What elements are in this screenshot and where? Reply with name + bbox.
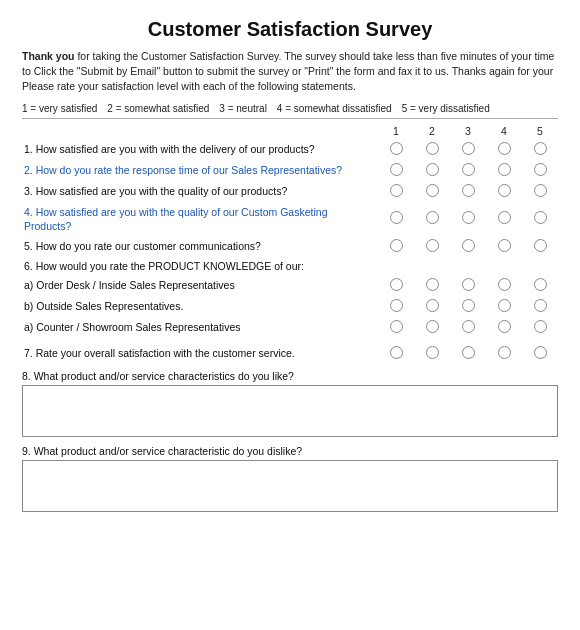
radio-cell[interactable] <box>378 275 414 296</box>
radio-circle[interactable] <box>462 278 475 291</box>
radio-circle[interactable] <box>426 239 439 252</box>
radio-cell[interactable] <box>450 160 486 181</box>
radio-circle[interactable] <box>390 299 403 312</box>
radio-circle[interactable] <box>534 239 547 252</box>
radio-cell[interactable] <box>522 236 558 257</box>
radio-circle[interactable] <box>534 211 547 224</box>
radio-circle[interactable] <box>462 184 475 197</box>
radio-circle[interactable] <box>426 211 439 224</box>
radio-circle[interactable] <box>498 142 511 155</box>
radio-cell[interactable] <box>522 139 558 160</box>
radio-cell[interactable] <box>522 343 558 364</box>
radio-circle[interactable] <box>498 320 511 333</box>
radio-cell[interactable] <box>522 275 558 296</box>
radio-cell[interactable] <box>414 343 450 364</box>
radio-cell[interactable] <box>486 317 522 338</box>
q7-row: 7. Rate your overall satisfaction with t… <box>22 343 558 364</box>
radio-circle[interactable] <box>462 239 475 252</box>
radio-cell[interactable] <box>378 296 414 317</box>
radio-cell[interactable] <box>486 181 522 202</box>
radio-circle[interactable] <box>462 320 475 333</box>
radio-circle[interactable] <box>534 163 547 176</box>
survey-table: 1 2 3 4 5 1. How satisfied are you with … <box>22 123 558 364</box>
radio-cell[interactable] <box>414 236 450 257</box>
radio-cell[interactable] <box>378 236 414 257</box>
radio-circle[interactable] <box>498 163 511 176</box>
radio-circle[interactable] <box>390 142 403 155</box>
radio-cell[interactable] <box>486 160 522 181</box>
radio-circle[interactable] <box>390 346 403 359</box>
radio-circle[interactable] <box>390 320 403 333</box>
radio-cell[interactable] <box>486 139 522 160</box>
radio-cell[interactable] <box>522 160 558 181</box>
radio-cell[interactable] <box>378 181 414 202</box>
radio-cell[interactable] <box>450 202 486 236</box>
radio-cell[interactable] <box>414 317 450 338</box>
radio-circle[interactable] <box>498 239 511 252</box>
radio-circle[interactable] <box>534 278 547 291</box>
radio-circle[interactable] <box>498 278 511 291</box>
radio-circle[interactable] <box>426 278 439 291</box>
radio-cell[interactable] <box>522 317 558 338</box>
radio-circle[interactable] <box>462 346 475 359</box>
radio-circle[interactable] <box>462 142 475 155</box>
radio-circle[interactable] <box>390 211 403 224</box>
radio-circle[interactable] <box>426 320 439 333</box>
radio-circle[interactable] <box>534 346 547 359</box>
radio-cell[interactable] <box>486 275 522 296</box>
radio-circle[interactable] <box>426 163 439 176</box>
radio-cell[interactable] <box>450 317 486 338</box>
radio-cell[interactable] <box>378 139 414 160</box>
radio-cell[interactable] <box>414 181 450 202</box>
radio-cell[interactable] <box>486 343 522 364</box>
radio-cell[interactable] <box>450 139 486 160</box>
radio-cell[interactable] <box>522 181 558 202</box>
radio-circle[interactable] <box>390 163 403 176</box>
radio-cell[interactable] <box>450 275 486 296</box>
radio-cell[interactable] <box>378 343 414 364</box>
radio-circle[interactable] <box>498 211 511 224</box>
radio-circle[interactable] <box>498 346 511 359</box>
radio-circle[interactable] <box>498 299 511 312</box>
radio-cell[interactable] <box>486 202 522 236</box>
radio-cell[interactable] <box>450 181 486 202</box>
radio-circle[interactable] <box>534 142 547 155</box>
radio-circle[interactable] <box>426 142 439 155</box>
radio-circle[interactable] <box>426 184 439 197</box>
radio-cell[interactable] <box>414 275 450 296</box>
radio-cell[interactable] <box>450 236 486 257</box>
q6a-label: a) Order Desk / Inside Sales Representat… <box>22 275 378 296</box>
radio-cell[interactable] <box>450 296 486 317</box>
radio-cell[interactable] <box>414 296 450 317</box>
q2-label: 2. How do you rate the response time of … <box>22 160 378 181</box>
radio-circle[interactable] <box>390 239 403 252</box>
scale-2: 2 = somewhat satisfied <box>107 103 209 114</box>
scale-5: 5 = very dissatisfied <box>402 103 490 114</box>
q8-textarea[interactable] <box>22 385 558 437</box>
radio-cell[interactable] <box>522 202 558 236</box>
radio-circle[interactable] <box>534 299 547 312</box>
radio-cell[interactable] <box>522 296 558 317</box>
table-row: a) Order Desk / Inside Sales Representat… <box>22 275 558 296</box>
radio-circle[interactable] <box>534 184 547 197</box>
radio-circle[interactable] <box>426 346 439 359</box>
radio-cell[interactable] <box>486 236 522 257</box>
radio-circle[interactable] <box>498 184 511 197</box>
q6c-label: a) Counter / Showroom Sales Representati… <box>22 317 378 338</box>
radio-cell[interactable] <box>378 160 414 181</box>
radio-cell[interactable] <box>414 160 450 181</box>
radio-circle[interactable] <box>462 211 475 224</box>
radio-cell[interactable] <box>414 139 450 160</box>
radio-circle[interactable] <box>462 299 475 312</box>
radio-circle[interactable] <box>534 320 547 333</box>
radio-cell[interactable] <box>450 343 486 364</box>
radio-circle[interactable] <box>426 299 439 312</box>
radio-cell[interactable] <box>414 202 450 236</box>
q9-textarea[interactable] <box>22 460 558 512</box>
radio-circle[interactable] <box>390 184 403 197</box>
radio-cell[interactable] <box>378 317 414 338</box>
radio-cell[interactable] <box>378 202 414 236</box>
radio-circle[interactable] <box>390 278 403 291</box>
radio-cell[interactable] <box>486 296 522 317</box>
radio-circle[interactable] <box>462 163 475 176</box>
